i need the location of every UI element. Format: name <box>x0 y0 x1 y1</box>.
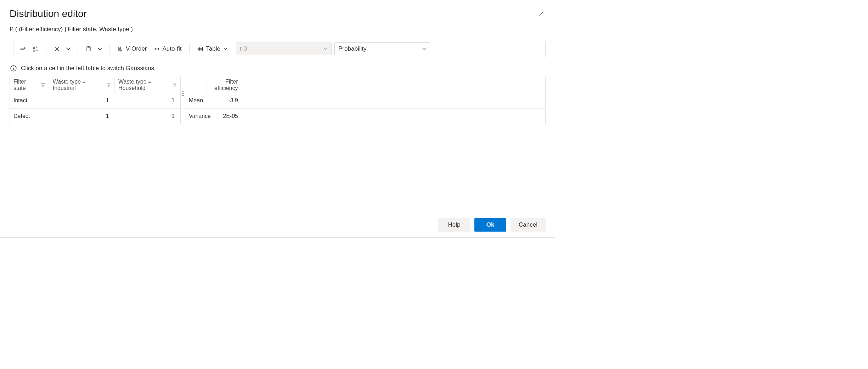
autofit-button[interactable]: Auto-fit <box>151 43 185 55</box>
close-button[interactable] <box>537 10 546 18</box>
param-value[interactable]: 2E-05 <box>207 108 244 124</box>
header-waste-industrial-label: Waste type = Industrial <box>53 79 105 91</box>
table-row: Variance 2E-05 <box>185 108 545 124</box>
tables-container: Filter state Waste type = Industrial <box>10 77 546 124</box>
toolbar: V-Order Auto-fit Table t-0 <box>13 41 546 57</box>
info-text: Click on a cell in the left table to swi… <box>21 65 156 72</box>
table-row[interactable]: Intact 1 1 <box>10 93 180 108</box>
help-button[interactable]: Help <box>438 218 470 232</box>
param-name: Mean <box>185 93 207 108</box>
vorder-label: V-Order <box>126 45 147 52</box>
close-icon <box>538 10 545 17</box>
cell-state: Intact <box>10 93 49 108</box>
cell-state: Defect <box>10 108 49 124</box>
vorder-button[interactable]: V-Order <box>114 43 151 55</box>
filter-icon[interactable] <box>173 83 177 87</box>
filter-icon[interactable] <box>41 83 45 87</box>
insert-row-icon <box>20 46 26 52</box>
clipboard-dropdown[interactable] <box>95 43 105 55</box>
math-ops-icon <box>33 46 38 52</box>
metric-select-value: Probability <box>338 45 366 52</box>
chevron-down-icon <box>422 47 426 51</box>
table-icon <box>197 46 203 52</box>
drag-handle-icon <box>182 91 184 96</box>
math-ops-button[interactable] <box>29 43 42 55</box>
header-filter-efficiency-label: Filter efficiency <box>214 79 238 91</box>
time-select-value: t-0 <box>240 45 247 52</box>
chevron-down-icon <box>223 47 227 51</box>
metric-select[interactable]: Probability <box>334 42 430 55</box>
distribution-expression: P ( (Filter efficiency) | Filter state, … <box>10 26 546 33</box>
autofit-label: Auto-fit <box>163 45 182 52</box>
states-table: Filter state Waste type = Industrial <box>10 77 180 124</box>
vorder-icon <box>117 46 123 52</box>
insert-row-button[interactable] <box>16 43 29 55</box>
param-value[interactable]: -3.9 <box>207 93 244 108</box>
chevron-down-icon <box>66 46 71 52</box>
table-row[interactable]: Defect 1 1 <box>10 108 180 124</box>
view-mode-label: Table <box>206 45 220 52</box>
ok-button[interactable]: Ok <box>474 218 506 232</box>
cell-industrial[interactable]: 1 <box>49 108 114 124</box>
header-spacer <box>244 77 545 93</box>
svg-rect-2 <box>198 47 203 51</box>
chevron-down-icon <box>97 46 103 52</box>
clipboard-icon <box>86 46 91 52</box>
clear-dropdown[interactable] <box>63 43 73 55</box>
cancel-button[interactable]: Cancel <box>511 218 546 232</box>
header-waste-household[interactable]: Waste type = Household <box>115 77 180 93</box>
table-splitter[interactable] <box>180 77 185 124</box>
ok-label: Ok <box>486 221 495 228</box>
info-message: Click on a cell in the left table to swi… <box>10 65 546 72</box>
cell-household[interactable]: 1 <box>115 108 180 124</box>
header-waste-industrial[interactable]: Waste type = Industrial <box>49 77 114 93</box>
dialog-title: Distribution editor <box>10 8 87 19</box>
gaussian-table: Filter efficiency Mean -3.9 Variance 2E-… <box>185 77 545 124</box>
help-label: Help <box>448 221 461 228</box>
param-name: Variance <box>185 108 207 124</box>
info-icon <box>10 65 17 72</box>
cell-household[interactable]: 1 <box>115 93 180 108</box>
filter-icon[interactable] <box>107 83 111 87</box>
cell-industrial[interactable]: 1 <box>49 93 114 108</box>
header-empty <box>185 77 207 93</box>
cancel-label: Cancel <box>519 221 537 228</box>
header-filter-state[interactable]: Filter state <box>10 77 49 93</box>
clear-button[interactable] <box>51 43 63 55</box>
view-mode-button[interactable]: Table <box>194 43 231 55</box>
distribution-editor-dialog: Distribution editor P ( (Filter efficien… <box>0 0 555 238</box>
dialog-footer: Help Ok Cancel <box>438 218 546 232</box>
header-waste-household-label: Waste type = Household <box>118 79 170 91</box>
clipboard-button[interactable] <box>82 43 95 55</box>
chevron-down-icon <box>323 47 328 51</box>
header-filter-efficiency[interactable]: Filter efficiency <box>207 77 244 93</box>
x-icon <box>54 46 60 52</box>
table-row: Mean -3.9 <box>185 93 545 108</box>
header-filter-state-label: Filter state <box>13 79 39 91</box>
autofit-icon <box>154 46 160 52</box>
time-select: t-0 <box>236 42 332 55</box>
